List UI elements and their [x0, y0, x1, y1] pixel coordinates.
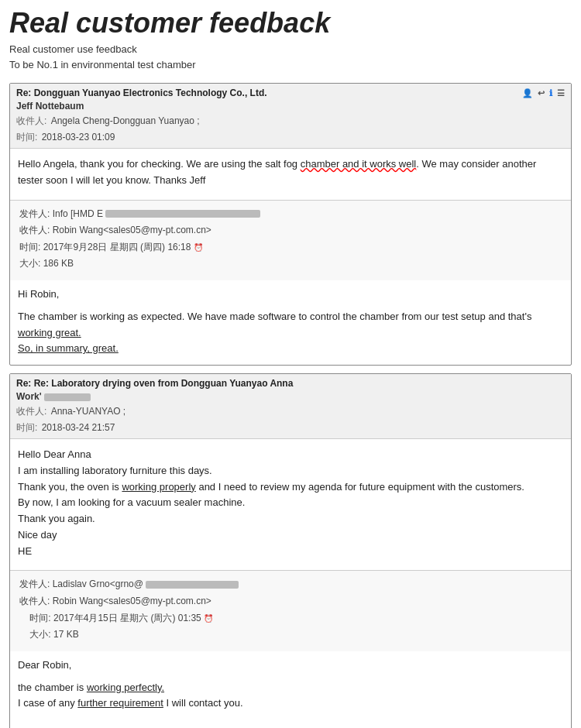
email2-nested-time: 时间: 2017年4月15日 星期六 (周六) 01:35 [19, 610, 563, 627]
email1-subject: Re: Dongguan Yuanyao Electronics Technol… [16, 88, 267, 98]
email2-highlight1: working properly [122, 481, 195, 493]
icon-menu: ☰ [557, 88, 565, 98]
email1-nested-size-value: 186 KB [43, 258, 74, 269]
email2-nested-highlight2: further requirement [77, 697, 163, 709]
email1-nested-highlight2: So, in summary, great. [18, 342, 119, 354]
email2-line4: By now, I am looking for a vacuum sealer… [18, 495, 563, 511]
email2-body: Hello Dear Anna I am installing laborato… [10, 439, 571, 571]
email1-time-value: 2018-03-23 01:09 [42, 132, 115, 143]
email1-body: Hello Angela, thank you for checking. We… [10, 149, 571, 200]
email1-nested-summary: So, in summary, great. [18, 341, 563, 357]
email2-nested-line1: Dear Robin, [18, 658, 563, 674]
email1-nested-size: 大小: 186 KB [19, 256, 563, 273]
email2-time-label: 时间: [16, 422, 37, 433]
email1-nested-from: 发件人: Info [HMD E [19, 206, 563, 223]
email-card-1: Re: Dongguan Yuanyao Electronics Technol… [9, 83, 572, 366]
email1-nested-hi: Hi Robin, [18, 287, 563, 303]
email1-to-label: 收件人: [16, 115, 46, 126]
email1-icons: 👤 ↩ ℹ ☰ [522, 88, 565, 98]
email1-nested: 发件人: Info [HMD E 收件人: Robin Wang<sales05… [10, 200, 571, 280]
email2-line3: Thank you, the oven is working properly … [18, 479, 563, 496]
email1-nested-time-value: 2017年9月28日 星期四 (周四) 16:18 [43, 242, 191, 252]
email2-sender: Work' [16, 391, 565, 402]
email2-line7: HE [18, 544, 563, 560]
email1-sender: Jeff Nottebaum [16, 101, 565, 112]
email2-nested-line2: the chamber is working perfectly. [18, 680, 563, 696]
email2-nested-to-value: Robin Wang<sales05@my-pt.com.cn> [53, 596, 211, 606]
email-card-2: Re: Re: Laboratory drying oven from Dong… [9, 373, 572, 728]
email1-nested-from-value: Info [HMD E [53, 208, 103, 219]
email2-subject: Re: Re: Laboratory drying oven from Dong… [16, 378, 293, 389]
email2-nested-size-value: 17 KB [53, 629, 79, 640]
email1-nested-from-blurred [105, 210, 260, 218]
email2-header: Re: Re: Laboratory drying oven from Dong… [10, 374, 571, 439]
email2-nested-body: Dear Robin, the chamber is working perfe… [10, 651, 571, 728]
email2-nested-from-value: Ladislav Grno<grno@ [53, 579, 143, 589]
email2-to-label: 收件人: [16, 406, 46, 417]
email1-meta: 收件人: Angela Cheng-Dongguan Yuanyao ; 时间:… [16, 113, 565, 145]
email2-line2: I am installing laboratory furniture thi… [18, 463, 563, 479]
page-subtitle: Real customer use feedback To be No.1 in… [9, 42, 572, 74]
icon-info: ℹ [549, 88, 552, 98]
email2-meta: 收件人: Anna-YUANYAO ; 时间: 2018-03-24 21:57 [16, 403, 565, 435]
email1-nested-body: Hi Robin, The chamber is working as expe… [10, 280, 571, 365]
icon-person: 👤 [522, 88, 533, 98]
email1-nested-highlight1: working great. [18, 327, 81, 338]
email1-time-label: 时间: [16, 132, 37, 143]
email2-line5: Thank you again. [18, 511, 563, 527]
icon-reply: ↩ [538, 88, 545, 98]
email2-nested-line3: I case of any further requirement I will… [18, 695, 563, 712]
email1-highlight1: chamber and it works well [301, 158, 417, 170]
email2-nested-time-value: 2017年4月15日 星期六 (周六) 01:35 [53, 613, 201, 623]
email1-nested-to-value: Robin Wang<sales05@my-pt.com.cn> [53, 225, 211, 235]
email1-to-value: Angela Cheng-Dongguan Yuanyao ; [51, 115, 200, 126]
email1-header: Re: Dongguan Yuanyao Electronics Technol… [10, 84, 571, 149]
subtitle-line1: Real customer use feedback [9, 42, 572, 58]
clock-icon [194, 242, 203, 252]
email1-nested-text: The chamber is working as expected. We h… [18, 309, 563, 342]
email1-body-text: Hello Angela, thank you for checking. We… [18, 156, 563, 189]
email2-nested-from: 发件人: Ladislav Grno<grno@ [19, 576, 563, 593]
email2-line6: Nice day [18, 527, 563, 544]
email2-to-value: Anna-YUANYAO ; [51, 406, 125, 417]
email2-nested-highlight1: working perfectly. [87, 682, 164, 693]
email2-sender-blurred [44, 393, 91, 401]
clock-icon-2 [204, 613, 213, 623]
email2-nested-size: 大小: 17 KB [19, 627, 563, 644]
email2-nested: 发件人: Ladislav Grno<grno@ 收件人: Robin Wang… [10, 570, 571, 651]
subtitle-line2: To be No.1 in environmental test chamber [9, 57, 572, 74]
email1-nested-to: 收件人: Robin Wang<sales05@my-pt.com.cn> [19, 222, 563, 239]
page-title: Real customer feedback [9, 8, 572, 39]
email1-nested-time: 时间: 2017年9月28日 星期四 (周四) 16:18 [19, 239, 563, 256]
email2-line1: Hello Dear Anna [18, 447, 563, 463]
email2-nested-from-blurred [146, 581, 239, 589]
email2-nested-to: 收件人: Robin Wang<sales05@my-pt.com.cn> [19, 593, 563, 610]
email2-time-value: 2018-03-24 21:57 [42, 422, 115, 433]
